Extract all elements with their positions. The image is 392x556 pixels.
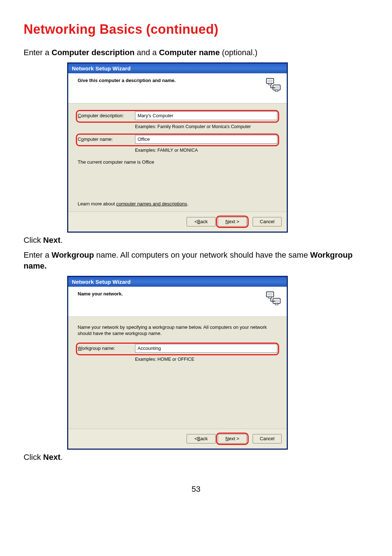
text: ext > bbox=[229, 436, 239, 441]
svg-rect-1 bbox=[268, 79, 273, 82]
text: C bbox=[78, 113, 81, 118]
svg-rect-10 bbox=[274, 299, 279, 302]
computer-description-example: Examples: Family Room Computer or Monica… bbox=[135, 124, 277, 129]
current-computer-name: The current computer name is Office bbox=[78, 159, 277, 165]
text-bold: Next bbox=[43, 236, 61, 245]
wizard-header: Name your network. bbox=[68, 287, 287, 317]
network-setup-wizard-2: Network Setup Wizard Name your network. … bbox=[67, 276, 288, 450]
text: ack bbox=[200, 436, 208, 441]
text: ack bbox=[200, 219, 208, 224]
svg-rect-4 bbox=[274, 86, 279, 89]
text: N bbox=[225, 219, 229, 224]
text: B bbox=[197, 436, 200, 441]
button-bar: < Back Next > Cancel bbox=[68, 429, 287, 449]
click-next-2: Click Next. bbox=[24, 452, 368, 463]
back-button[interactable]: < Back bbox=[187, 217, 216, 226]
text: Enter a bbox=[24, 48, 52, 57]
computer-description-input[interactable]: Mary's Computer bbox=[135, 111, 277, 120]
workgroup-name-label: Workgroup name: bbox=[78, 346, 135, 351]
spacer bbox=[78, 362, 277, 424]
page-number: 53 bbox=[24, 485, 368, 494]
click-next-1: Click Next. bbox=[24, 235, 368, 246]
text: . bbox=[60, 453, 62, 462]
next-button[interactable]: Next > bbox=[218, 217, 247, 226]
text: C bbox=[78, 136, 81, 142]
svg-rect-2 bbox=[269, 83, 271, 85]
computer-name-example: Examples: FAMILY or MONICA bbox=[135, 148, 277, 153]
wizard-content: Name your network by specifying a workgr… bbox=[68, 317, 287, 429]
network-computers-icon bbox=[266, 77, 282, 93]
wizard-header-text: Give this computer a description and nam… bbox=[78, 77, 176, 83]
text: W bbox=[78, 346, 82, 351]
text: (optional.) bbox=[220, 48, 257, 57]
cancel-button[interactable]: Cancel bbox=[253, 434, 282, 443]
text-bold: Computer description bbox=[52, 48, 135, 57]
text-bold: Next bbox=[43, 453, 61, 462]
learn-more-text: Learn more about computer names and desc… bbox=[78, 201, 277, 207]
text: Click bbox=[24, 236, 43, 245]
network-computers-icon bbox=[266, 290, 282, 306]
workgroup-name-example: Examples: HOME or OFFICE bbox=[135, 357, 277, 362]
window-title: Network Setup Wizard bbox=[68, 277, 287, 287]
text: and a bbox=[135, 48, 159, 57]
svg-rect-11 bbox=[275, 303, 278, 305]
wizard-intro-text: Name your network by specifying a workgr… bbox=[78, 324, 277, 337]
text: < bbox=[195, 219, 197, 224]
text-bold: Workgroup bbox=[52, 250, 94, 259]
button-bar: < Back Next > Cancel bbox=[68, 212, 287, 232]
workgroup-name-input[interactable]: Accounting bbox=[135, 344, 277, 353]
text: B bbox=[197, 219, 200, 224]
next-button[interactable]: Next > bbox=[218, 434, 247, 443]
learn-more-link[interactable]: computer names and descriptions bbox=[116, 201, 187, 207]
computer-name-input[interactable]: Office bbox=[135, 135, 277, 144]
wizard-header: Give this computer a description and nam… bbox=[68, 73, 287, 103]
svg-rect-5 bbox=[275, 90, 278, 91]
page-title: Networking Basics (continued) bbox=[24, 22, 368, 37]
text: omputer description: bbox=[81, 113, 124, 118]
text: . bbox=[60, 236, 62, 245]
intro-text-2: Enter a Workgroup name. All computers on… bbox=[24, 250, 368, 271]
network-setup-wizard-1: Network Setup Wizard Give this computer … bbox=[67, 62, 288, 233]
back-button[interactable]: < Back bbox=[187, 434, 216, 443]
computer-description-label: Computer description: bbox=[78, 113, 135, 118]
intro-text-1: Enter a Computer description and a Compu… bbox=[24, 47, 368, 58]
text: mputer name: bbox=[84, 136, 113, 142]
text: < bbox=[195, 436, 197, 441]
text: o bbox=[81, 136, 83, 142]
cancel-button[interactable]: Cancel bbox=[253, 217, 282, 226]
wizard-content: Computer description: Mary's Computer Ex… bbox=[68, 103, 287, 212]
text: orkgroup name: bbox=[82, 346, 115, 351]
svg-rect-8 bbox=[269, 297, 271, 298]
window-title: Network Setup Wizard bbox=[68, 64, 287, 73]
text: N bbox=[225, 436, 229, 441]
text-bold: Computer name bbox=[159, 48, 220, 57]
text: ext > bbox=[229, 219, 239, 224]
computer-name-label: Computer name: bbox=[78, 136, 135, 142]
text: Learn more about bbox=[78, 201, 116, 207]
wizard-header-text: Name your network. bbox=[78, 290, 123, 297]
text: Click bbox=[24, 453, 43, 462]
text: Enter a bbox=[24, 250, 52, 259]
svg-rect-7 bbox=[268, 293, 273, 296]
text: name. All computers on your network shou… bbox=[94, 250, 310, 259]
text: . bbox=[187, 201, 188, 207]
